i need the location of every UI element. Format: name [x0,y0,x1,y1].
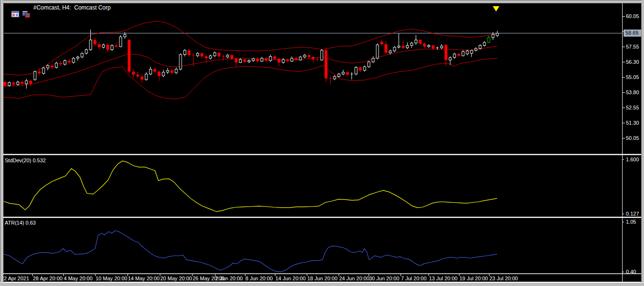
price-axis-tick [622,62,625,62]
candle [222,55,224,61]
candle [462,50,464,57]
candle [445,44,448,66]
candle [381,39,383,46]
candle [483,41,486,47]
time-axis-label: 2 Jun 20:00 [215,276,243,281]
candle [248,59,250,63]
price-axis-label: 56.30 [626,59,639,65]
time-axis-label: 4 May 20:00 [64,276,93,281]
chart-title-text: #Comcast, H4: Comcast Corp [33,4,111,11]
candle [402,40,405,49]
candle [235,58,238,66]
panel-separator[interactable] [3,154,641,155]
stddev-chart-canvas[interactable] [0,156,644,217]
candle [158,70,161,81]
candle [252,58,254,62]
frame-inner-highlight [3,3,3,282]
candle [145,72,147,81]
indicator-axis-label: 0.127 [626,211,639,217]
candle [286,58,289,62]
indicator-axis-label: 0.40 [626,269,636,275]
candle [107,43,109,52]
time-axis-label: 28 Apr 20:00 [33,276,62,281]
candle [291,56,293,62]
candle [179,53,182,70]
candle [98,42,101,49]
stddev-line [4,161,497,212]
candle [102,44,105,49]
time-axis-label: 14 May 20:00 [128,276,160,281]
candle [59,61,62,66]
chart-title-bar: #Comcast, H4: Comcast Corp [11,4,111,11]
price-axis-tick [622,108,625,108]
main-chart-canvas[interactable] [0,3,644,154]
candle [72,57,75,64]
candle [256,58,259,62]
candle [415,35,417,45]
candle [440,44,443,49]
candle [38,69,41,75]
time-axis-label: 7 Jul 20:00 [401,276,427,281]
panel-separator[interactable] [3,217,641,218]
candle [393,46,396,52]
candle [312,56,315,62]
candle [423,42,426,48]
candle [488,36,490,43]
atr-chart-canvas[interactable] [0,218,644,273]
atr-line [4,231,497,272]
candle [209,55,212,59]
candle [419,39,422,45]
candle [346,71,349,77]
candle [162,70,165,77]
candle [449,56,451,65]
stddev-indicator-label: StdDev(20) 0.532 [5,158,46,163]
candle [376,44,379,59]
chart-windows-icon [22,4,30,11]
time-axis-label: 10 May 20:00 [96,276,127,281]
candle [17,81,19,86]
candle [359,66,362,72]
indicator-axis-tick [622,272,624,272]
latest-bar-marker-icon [493,6,499,11]
time-axis-label: 13 Jul 20:00 [429,276,458,281]
candle [282,58,284,64]
candle [363,66,366,72]
candle [25,79,28,89]
price-axis-label: 51.30 [626,120,639,126]
candle [21,81,24,85]
window-frame-bottom [0,282,644,286]
bollinger-middle-band [4,46,497,87]
candle [372,56,374,63]
candle [188,49,191,57]
candle [244,58,246,63]
candle [239,58,242,63]
time-axis-label: 19 Jul 20:00 [459,276,488,281]
candle [119,35,122,48]
candle [470,49,473,57]
panel-separator [3,273,641,274]
candle [218,52,221,58]
candle [316,58,319,61]
candle [226,54,229,58]
current-price-tag: 58.65 [624,30,643,37]
window-frame-right [642,0,644,286]
time-axis-label: 22 Apr 2021 [1,276,29,281]
price-axis-tick [622,77,625,78]
candle [115,42,118,48]
candle [308,53,311,59]
candle [42,67,45,75]
indicator-axis-tick [622,159,624,160]
price-axis-label: 55.05 [626,74,639,80]
candle [338,73,340,78]
candle [132,69,135,78]
candle [231,55,234,60]
candle [47,64,49,70]
candle [128,39,131,73]
candle [406,42,409,49]
candle [265,57,268,63]
candle [201,52,204,59]
candle [333,75,336,80]
time-axis-label: 30 Jun 20:00 [369,276,400,281]
candle [428,44,430,48]
time-axis-label: 20 May 20:00 [160,276,192,281]
